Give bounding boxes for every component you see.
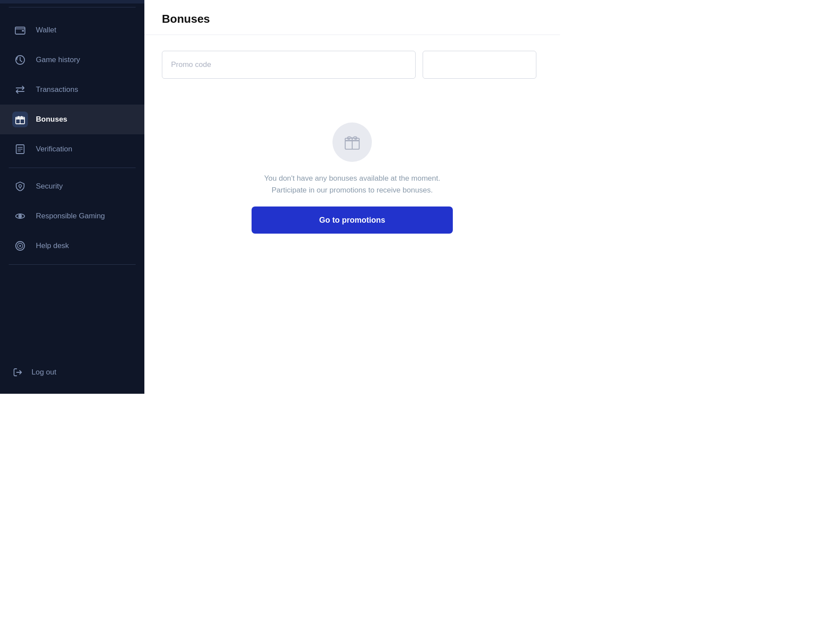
svg-point-12	[19, 245, 21, 247]
sidebar-bottom: Log out	[0, 355, 144, 394]
sidebar-divider-bottom	[9, 264, 136, 265]
svg-point-8	[19, 215, 21, 217]
sidebar-item-security[interactable]: Security	[0, 172, 144, 201]
sidebar-item-label-transactions: Transactions	[36, 85, 78, 94]
verification-icon	[12, 141, 28, 157]
sidebar-item-logout[interactable]: Log out	[0, 360, 144, 385]
main-body: You don't have any bonuses available at …	[144, 35, 560, 394]
sidebar-item-label-bonuses: Bonuses	[36, 115, 67, 124]
bonuses-icon	[12, 112, 28, 127]
gift-icon	[343, 133, 362, 152]
sidebar-divider-top	[9, 7, 136, 7]
sidebar-divider-mid	[9, 168, 136, 168]
sidebar-item-label-wallet: Wallet	[36, 26, 56, 35]
empty-line2: Participate in our promotions to receive…	[264, 184, 440, 196]
promo-code-input[interactable]	[162, 51, 416, 79]
sidebar-item-game-history[interactable]: Game history	[0, 45, 144, 75]
sidebar-item-label-game-history: Game history	[36, 56, 80, 64]
sidebar-item-help-desk[interactable]: Help desk	[0, 231, 144, 261]
sidebar-item-label-responsible-gaming: Responsible Gaming	[36, 212, 105, 220]
main-content: Bonuses You don't have any bonuses avail…	[144, 0, 560, 394]
security-icon	[12, 178, 28, 194]
empty-text: You don't have any bonuses available at …	[264, 172, 440, 196]
svg-point-6	[19, 185, 21, 187]
sidebar-item-responsible-gaming[interactable]: Responsible Gaming	[0, 201, 144, 231]
go-promotions-button[interactable]: Go to promotions	[252, 206, 453, 234]
transactions-icon	[12, 82, 28, 98]
empty-bonus-icon-circle	[332, 122, 372, 162]
sidebar-nav: Wallet Game history Transa	[0, 11, 144, 355]
help-desk-icon	[12, 238, 28, 254]
wallet-icon	[12, 22, 28, 38]
sidebar-item-bonuses[interactable]: Bonuses	[0, 105, 144, 134]
logout-label: Log out	[32, 368, 56, 377]
sidebar-item-wallet[interactable]: Wallet	[0, 15, 144, 45]
promo-row	[162, 51, 542, 79]
svg-rect-1	[22, 30, 24, 32]
responsible-gaming-icon	[12, 208, 28, 224]
sidebar-item-label-help-desk: Help desk	[36, 242, 69, 250]
sidebar: Wallet Game history Transa	[0, 0, 144, 394]
sidebar-item-transactions[interactable]: Transactions	[0, 75, 144, 105]
main-header: Bonuses	[144, 0, 560, 35]
sidebar-item-verification[interactable]: Verification	[0, 134, 144, 164]
sidebar-top-bar	[0, 0, 144, 4]
game-history-icon	[12, 52, 28, 68]
sidebar-item-label-verification: Verification	[36, 145, 72, 154]
apply-promo-button[interactable]	[423, 51, 536, 79]
empty-state: You don't have any bonuses available at …	[162, 122, 542, 234]
page-title: Bonuses	[162, 12, 542, 26]
empty-line1: You don't have any bonuses available at …	[264, 172, 440, 184]
logout-icon	[12, 367, 24, 378]
sidebar-item-label-security: Security	[36, 182, 63, 191]
